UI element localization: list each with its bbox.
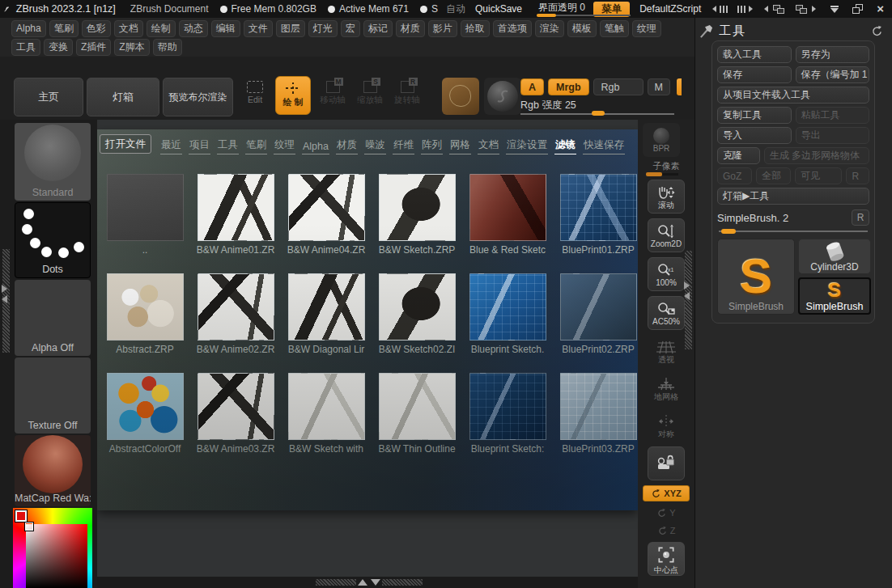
滚动-button[interactable]: 滚动 [648, 180, 685, 214]
tool-button-灯箱▶工具[interactable]: 灯箱▶工具 [717, 188, 869, 205]
paint-mode-M[interactable]: M [648, 78, 670, 95]
zscript-name[interactable]: DefaultZScript [639, 3, 701, 15]
lightbox-item[interactable]: B&W Anime04.ZR [281, 174, 372, 256]
rotate-Z-button[interactable]: Z [657, 524, 676, 537]
tool-button-载入工具[interactable]: 载入工具 [717, 46, 792, 63]
tool-palette-title[interactable]: 工具 [719, 23, 746, 39]
arrow-up-icon[interactable] [358, 579, 367, 586]
minimize-button[interactable] [830, 6, 839, 13]
lightbox-item[interactable]: B&W Sketch02.ZI [372, 273, 462, 355]
paint-mode-A[interactable]: A [520, 78, 544, 95]
tool-button-导出[interactable]: 导出 [796, 127, 870, 144]
paint-mode-Rgb[interactable]: Rgb [593, 78, 644, 95]
lightbox-item[interactable]: BluePrint01.ZRP [553, 174, 644, 256]
menu-item-文件[interactable]: 文件 [244, 20, 273, 37]
lightbox-item[interactable]: B&W Anime03.ZR [190, 373, 281, 455]
lightbox-item[interactable]: B&W Thin Outline [372, 373, 462, 455]
document-name[interactable]: ZBrush Document [130, 3, 209, 15]
restore-button[interactable] [852, 4, 863, 14]
canvas-bottom-divider[interactable] [97, 577, 638, 588]
menu-item-色彩[interactable]: 色彩 [82, 20, 111, 37]
divider-arrows[interactable] [358, 579, 380, 586]
lightbox-item[interactable]: .. [100, 174, 190, 256]
preview-boolean-button[interactable]: 预览布尔渲染 [163, 78, 233, 116]
lightbox-item[interactable]: Blue & Red Sketc [462, 174, 553, 256]
shrink-ui-icon[interactable] [712, 6, 716, 12]
move-button[interactable]: M 移动轴 [316, 81, 350, 106]
tool-button-从项目文件载入工具[interactable]: 从项目文件载入工具 [717, 87, 869, 104]
lightbox-item[interactable]: B&W Sketch.ZRP [372, 174, 462, 256]
tool-button-GoZ[interactable]: GoZ [717, 167, 752, 184]
menu-item-Alpha[interactable]: Alpha [11, 20, 46, 37]
menu-item-纹理[interactable]: 纹理 [632, 20, 661, 37]
lightbox-item[interactable]: B&W Sketch with [281, 373, 372, 455]
menu-item-渲染[interactable]: 渲染 [535, 20, 564, 37]
menu-item-笔刷[interactable]: 笔刷 [49, 20, 79, 37]
地网格-button[interactable]: 地网格 [648, 372, 685, 404]
menu-item-首选项[interactable]: 首选项 [493, 20, 532, 37]
tool-slot-slider[interactable]: SimpleBrush. 2 R [717, 209, 869, 226]
ui-opacity-slider[interactable]: 界面透明 0 [537, 0, 580, 18]
tool-button-全部[interactable]: 全部 [756, 167, 791, 184]
tool-button-克隆[interactable]: 克隆 [717, 147, 760, 164]
move-panel-right-icon[interactable] [812, 6, 816, 12]
tool-button-保存（编号加 1）[interactable]: 保存（编号加 1） [796, 66, 870, 83]
current-color-swatch[interactable] [15, 510, 27, 522]
color-picker[interactable] [13, 508, 92, 588]
rgb-intensity-label[interactable]: Rgb 强度 25 [520, 99, 576, 112]
menu-item-影片[interactable]: 影片 [428, 20, 457, 37]
lightbox-item[interactable]: B&W Anime02.ZR [190, 273, 281, 355]
clipped-mode-button[interactable] [677, 78, 682, 95]
tool-button-可见[interactable]: 可见 [795, 167, 842, 184]
menu-item-绘制[interactable]: 绘制 [147, 20, 176, 37]
saturation-value-square[interactable] [26, 524, 87, 588]
rotate-Y-button[interactable]: Y [656, 506, 675, 519]
menu-item-标记[interactable]: 标记 [363, 20, 393, 37]
draw-button[interactable]: 绘 制 [275, 76, 311, 115]
tool-button-保存[interactable]: 保存 [717, 66, 792, 83]
rotate-button[interactable]: R 旋转轴 [390, 81, 424, 106]
lightbox-button[interactable]: 灯箱 [87, 78, 159, 116]
menu-item-拾取[interactable]: 拾取 [461, 20, 490, 37]
中心点-button[interactable]: 中心点 [648, 542, 685, 576]
menu-item-动态[interactable]: 动态 [179, 20, 208, 37]
brush-selector[interactable]: Standard [15, 123, 91, 201]
lightbox-item[interactable]: Abstract.ZRP [100, 273, 190, 355]
rotate-XYZ-button[interactable]: XYZ [643, 485, 689, 501]
lightbox-item[interactable]: AbstractColorOff [100, 373, 190, 455]
tool-slot-handle[interactable] [721, 229, 736, 234]
alpha-selector[interactable]: Alpha Off [15, 280, 91, 356]
menu-item-宏[interactable]: 宏 [341, 20, 360, 37]
menu-item-工具[interactable]: 工具 [11, 39, 40, 56]
paint-mode-Mrgb[interactable]: Mrgb [548, 78, 589, 95]
auto-save-label[interactable]: 自动 [446, 2, 465, 16]
current-material-preview[interactable] [484, 78, 521, 115]
tool-button-粘贴工具[interactable]: 粘贴工具 [796, 107, 870, 124]
lightbox-item[interactable]: Blueprint Sketch. [462, 273, 553, 355]
home-button[interactable]: 主页 [14, 78, 83, 116]
lightbox-item[interactable]: BluePrint02.ZRP [553, 273, 644, 355]
divider-texture[interactable] [382, 579, 423, 586]
menu-item-编辑[interactable]: 编辑 [211, 20, 240, 37]
menu-item-图层[interactable]: 图层 [276, 20, 305, 37]
material-selector[interactable]: MatCap Red Wa: [15, 435, 91, 506]
menu-item-Z插件[interactable]: Z插件 [76, 39, 111, 56]
stroke-selector[interactable]: Dots [15, 202, 91, 278]
subpixel-handle[interactable] [646, 172, 662, 176]
tool-button-R[interactable]: R [846, 167, 869, 184]
opacity-handle[interactable] [537, 14, 556, 17]
tool-button-另存为[interactable]: 另存为 [796, 46, 870, 63]
lightbox-item[interactable]: B&W Diagonal Lir [281, 273, 372, 355]
tool-slot-r-button[interactable]: R [852, 209, 869, 226]
left-tray-divider-arrows[interactable] [2, 285, 7, 303]
lightbox-item[interactable]: BluePrint03.ZRP [553, 373, 644, 455]
current-tool-preview[interactable] [442, 78, 479, 115]
透视-button[interactable]: 透视 [648, 335, 685, 367]
menu-item-笔触[interactable]: 笔触 [600, 20, 629, 37]
Zoom2D-button[interactable]: Zoom2D [648, 218, 685, 252]
menu-item-变换[interactable]: 变换 [44, 39, 73, 56]
lightbox-item[interactable]: Blueprint Sketch: [462, 373, 553, 455]
quicksave-button[interactable]: QuickSave [475, 3, 522, 15]
edit-toggle[interactable]: Edit [240, 81, 270, 104]
right-shelf-divider-arrows[interactable] [684, 281, 690, 300]
